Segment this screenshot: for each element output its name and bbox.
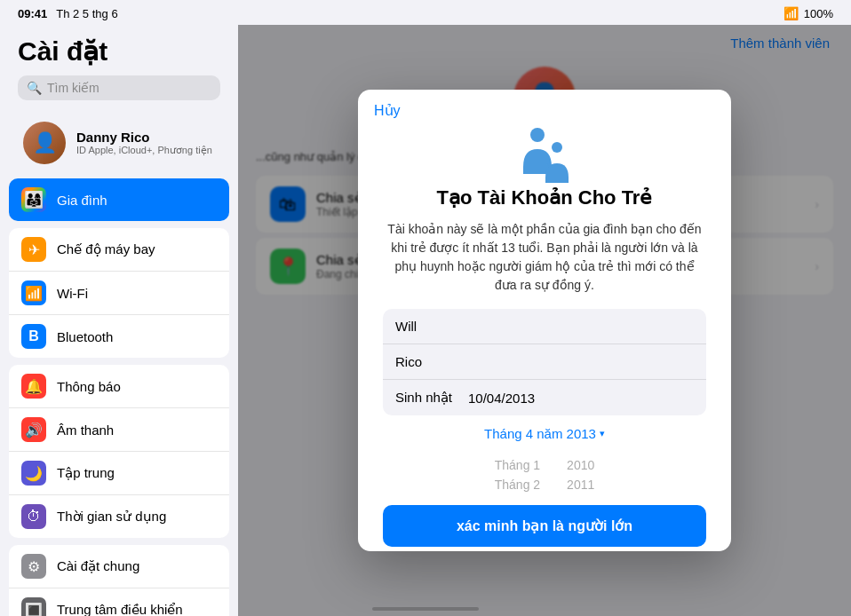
status-date: Th 2 5 thg 6 xyxy=(56,7,117,20)
sidebar-item-control[interactable]: 🔳 Trung tâm điều khiển xyxy=(9,588,229,616)
status-bar: 09:41 Th 2 5 thg 6 📶 100% xyxy=(0,0,851,25)
firstname-field[interactable]: Will xyxy=(383,309,706,344)
birthday-field[interactable]: Sinh nhật 10/04/2013 xyxy=(383,380,706,415)
sidebar-item-general[interactable]: ⚙ Cài đặt chung xyxy=(9,545,229,588)
avatar: 👤 xyxy=(23,122,66,164)
sidebar-header: Cài đặt 🔍 Tìm kiếm xyxy=(0,25,238,107)
modal-description: Tài khoản này sẽ là một phần của gia đìn… xyxy=(383,220,706,295)
sidebar-item-label-notifications: Thông báo xyxy=(57,379,217,394)
settings-group-notifications: 🔔 Thông báo 🔊 Âm thanh 🌙 Tập trung ⏱ Thờ… xyxy=(9,365,229,538)
lastname-field[interactable]: Rico xyxy=(383,344,706,380)
sidebar-item-wifi[interactable]: 📶 Wi-Fi xyxy=(9,272,229,315)
picker-year-1: 2010 xyxy=(567,457,594,475)
sidebar-item-screentime[interactable]: ⏱ Thời gian sử dụng xyxy=(9,495,229,538)
picker-year-2: 2011 xyxy=(567,477,594,494)
sidebar-item-label-focus: Tập trung xyxy=(57,465,217,481)
modal-dialog: Hủy xyxy=(358,90,731,551)
sidebar-item-label-sounds: Âm thanh xyxy=(57,423,217,438)
screentime-icon: ⏱ xyxy=(21,504,46,529)
search-placeholder: Tìm kiếm xyxy=(47,81,99,95)
profile-item[interactable]: 👤 Danny Rico ID Apple, iCloud+, Phương t… xyxy=(9,113,229,173)
general-icon: ⚙ xyxy=(21,554,46,579)
lastname-value: Rico xyxy=(395,354,422,369)
date-scroll-picker[interactable]: Tháng 1 Tháng 2 2010 2011 xyxy=(383,454,706,498)
sidebar-item-airplane[interactable]: ✈ Chế độ máy bay xyxy=(9,228,229,272)
name-form-group: Will Rico Sinh nhật 10/04/2013 xyxy=(383,309,706,415)
chevron-down-icon: ▾ xyxy=(600,428,605,439)
sidebar-item-label-control: Trung tâm điều khiển xyxy=(57,602,217,616)
status-time: 09:41 xyxy=(18,7,47,20)
settings-group-family: 👨‍👩‍👧 Gia đình xyxy=(9,178,229,221)
sidebar-item-label-family: Gia đình xyxy=(57,193,217,208)
sidebar-title: Cài đặt xyxy=(18,36,220,67)
modal-overlay: Hủy xyxy=(238,25,851,616)
settings-group-network: ✈ Chế độ máy bay 📶 Wi-Fi B Bluetooth xyxy=(9,228,229,358)
sidebar-item-label-screentime: Thời gian sử dụng xyxy=(57,509,217,525)
settings-group-general: ⚙ Cài đặt chung 🔳 Trung tâm điều khiển xyxy=(9,545,229,616)
profile-info: Danny Rico ID Apple, iCloud+, Phương tiệ… xyxy=(76,130,212,156)
main-layout: Cài đặt 🔍 Tìm kiếm 👤 Danny Rico ID Apple… xyxy=(0,25,851,616)
picker-month-2: Tháng 2 xyxy=(495,477,540,494)
sidebar-item-label-wifi: Wi-Fi xyxy=(57,286,217,301)
airplane-icon: ✈ xyxy=(21,237,46,262)
settings-section-family: 👨‍👩‍👧 Gia đình ✈ Chế độ máy bay 📶 Wi-Fi … xyxy=(9,178,229,616)
firstname-value: Will xyxy=(395,319,417,334)
sidebar-item-label-bluetooth: Bluetooth xyxy=(57,329,217,344)
focus-icon: 🌙 xyxy=(21,461,46,486)
sidebar-item-label-airplane: Chế độ máy bay xyxy=(57,241,217,257)
wifi-icon: 📶 xyxy=(783,6,799,20)
parent-child-icon xyxy=(383,122,706,186)
svg-point-0 xyxy=(530,128,545,142)
modal-title: Tạo Tài Khoản Cho Trẻ xyxy=(383,186,706,209)
notification-icon: 🔔 xyxy=(21,374,46,399)
sidebar-item-sounds[interactable]: 🔊 Âm thanh xyxy=(9,408,229,452)
date-picker-container: Tháng 4 năm 2013 ▾ xyxy=(383,426,706,448)
sidebar-item-notifications[interactable]: 🔔 Thông báo xyxy=(9,365,229,408)
modal-body: Tạo Tài Khoản Cho Trẻ Tài khoản này sẽ l… xyxy=(358,122,731,551)
profile-name: Danny Rico xyxy=(76,130,212,145)
svg-point-1 xyxy=(552,142,562,153)
picker-month-1: Tháng 1 xyxy=(495,457,540,475)
search-icon: 🔍 xyxy=(27,81,42,95)
modal-cancel-button[interactable]: Hủy xyxy=(374,102,401,119)
sidebar-item-family[interactable]: 👨‍👩‍👧 Gia đình xyxy=(9,178,229,221)
modal-header: Hủy xyxy=(358,90,731,122)
sound-icon: 🔊 xyxy=(21,417,46,442)
sidebar-item-label-general: Cài đặt chung xyxy=(57,558,217,574)
year-picker-col[interactable]: 2010 2011 xyxy=(567,457,594,489)
birthday-value: 10/04/2013 xyxy=(468,391,535,406)
search-bar[interactable]: 🔍 Tìm kiếm xyxy=(18,75,220,100)
wifi-settings-icon: 📶 xyxy=(21,280,46,305)
date-picker-label: Tháng 4 năm 2013 xyxy=(484,426,596,441)
control-icon: 🔳 xyxy=(21,597,46,616)
sidebar-item-bluetooth[interactable]: B Bluetooth xyxy=(9,315,229,358)
month-picker-col[interactable]: Tháng 1 Tháng 2 xyxy=(495,457,540,489)
content-area: Thêm thành viên 👤 ...cũng như quản lý cá… xyxy=(238,25,851,616)
family-icon: 👨‍👩‍👧 xyxy=(21,187,46,212)
bluetooth-icon: B xyxy=(21,324,46,349)
birthday-label: Sinh nhật xyxy=(395,390,457,406)
profile-subtitle: ID Apple, iCloud+, Phương tiện xyxy=(76,145,212,156)
battery-icon: 100% xyxy=(804,7,833,20)
sidebar-item-focus[interactable]: 🌙 Tập trung xyxy=(9,452,229,495)
sidebar: Cài đặt 🔍 Tìm kiếm 👤 Danny Rico ID Apple… xyxy=(0,25,238,616)
date-picker-link[interactable]: Tháng 4 năm 2013 ▾ xyxy=(484,426,605,441)
verify-button[interactable]: xác minh bạn là người lớn xyxy=(383,505,706,547)
